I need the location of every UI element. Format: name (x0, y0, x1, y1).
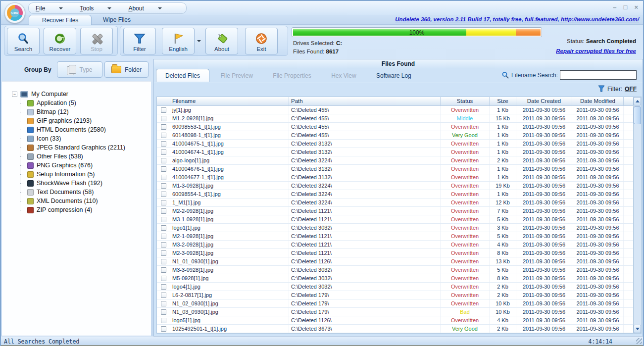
minimize-icon[interactable]: – (613, 4, 616, 10)
version-website-link[interactable]: Undelete 360, version 2.11 Build 17, tot… (395, 16, 639, 22)
tree-item-shockwave-flash[interactable]: ShockWave Flash (192) (20, 179, 125, 188)
header-date-modified[interactable]: Date Modified (572, 97, 624, 105)
group-by-type-button[interactable]: Type (57, 61, 102, 78)
tree-item-application[interactable]: Application (5) (20, 99, 125, 107)
row-checkbox[interactable] (161, 183, 166, 189)
row-checkbox[interactable] (161, 208, 166, 214)
tree-root-my-computer[interactable]: − My Computer (12, 90, 68, 99)
stop-button[interactable]: Stop (80, 28, 113, 54)
row-checkbox[interactable] (161, 107, 166, 113)
row-checkbox[interactable] (161, 259, 166, 264)
table-row[interactable]: 1_M1[1].jpg C:\Deleted 3224\ Overwritten… (157, 198, 633, 207)
table-row[interactable]: N1_01_0930[1].jpg C:\Deleted 1126\ Overw… (157, 257, 633, 266)
menu-tools[interactable]: Tools (80, 5, 111, 12)
tree-item-other-files[interactable]: Other Files (538) (20, 152, 125, 161)
header-size[interactable]: Size (490, 97, 516, 105)
table-row[interactable]: logo5[1].jpg C:\Deleted 1126\ Overwritte… (157, 316, 633, 325)
row-checkbox[interactable] (161, 284, 166, 290)
table-row[interactable]: M1-2-0928[1].jpg C:\Deleted 455\ Middle … (157, 114, 633, 123)
view-tab-hex-view[interactable]: Hex View (322, 69, 365, 82)
about-button[interactable]: About (205, 28, 238, 54)
scroll-down-button[interactable] (634, 325, 641, 333)
table-row[interactable]: N1_03_0930[1].jpg C:\Deleted 179\ Bad 10… (157, 308, 633, 316)
table-row[interactable]: M2-2-0928[1].jpg C:\Deleted 1121\ Overwr… (157, 207, 633, 215)
tree-item-setup-information[interactable]: Setup Information (5) (20, 170, 125, 179)
header-path[interactable]: Path (289, 97, 441, 105)
tree-item-zip-compression[interactable]: ZIP compression (4) (20, 205, 125, 214)
row-checkbox[interactable] (161, 301, 166, 306)
filter-button[interactable]: Filter (123, 28, 156, 54)
language-button[interactable]: English (162, 28, 195, 54)
table-row[interactable]: M2-3-0928[1].jpg C:\Deleted 1121\ Overwr… (157, 249, 633, 257)
table-row[interactable]: M3-1-0928[1].jpg C:\Deleted 1121\ Overwr… (157, 215, 633, 224)
row-checkbox[interactable] (161, 149, 166, 155)
maximize-icon[interactable]: □ (624, 4, 628, 10)
app-logo[interactable]: U360 (4, 2, 25, 23)
row-checkbox[interactable] (161, 250, 166, 256)
table-row[interactable]: M1-3-0928[1].jpg C:\Deleted 3224\ Overwr… (157, 182, 633, 190)
table-row[interactable]: 410004677-1_t[1].jpg C:\Deleted 3132\ Ov… (157, 173, 633, 182)
tree-item-html-documents[interactable]: HTML Documents (2580) (20, 125, 125, 134)
menu-file[interactable]: File (36, 5, 63, 12)
header-status[interactable]: Status (441, 97, 490, 105)
table-row[interactable]: jy[1].jpg C:\Deleted 455\ Overwritten 1 … (157, 106, 633, 114)
row-checkbox[interactable] (161, 318, 166, 323)
exit-button[interactable]: Exit (245, 28, 278, 54)
row-checkbox[interactable] (161, 293, 166, 298)
table-row[interactable]: L6-2-0817[1].jpg C:\Deleted 179\ Overwri… (157, 291, 633, 299)
row-checkbox[interactable] (161, 116, 166, 121)
table-row[interactable]: 410004675-1_t[1].jpg C:\Deleted 3132\ Ov… (157, 140, 633, 148)
row-checkbox[interactable] (161, 175, 166, 180)
filename-search-input[interactable] (560, 70, 637, 80)
tab-recover-files[interactable]: Recover Files (29, 15, 92, 25)
row-checkbox[interactable] (161, 217, 166, 222)
tree-item-xml-documents[interactable]: XML Documents (110) (20, 197, 125, 205)
collapse-icon[interactable]: − (12, 92, 17, 97)
close-icon[interactable]: × (634, 4, 638, 10)
search-button[interactable]: Search (7, 28, 40, 54)
view-tab-software-log[interactable]: Software Log (367, 69, 420, 82)
resize-grip[interactable] (636, 338, 642, 344)
table-row[interactable]: N1_02_0930[1].jpg C:\Deleted 179\ Overwr… (157, 299, 633, 308)
table-row[interactable]: aigo-logo[1].jpg C:\Deleted 3224\ Overwr… (157, 156, 633, 165)
tree-item-bitmap[interactable]: Bitmap (12) (20, 107, 125, 116)
row-checkbox[interactable] (161, 192, 166, 197)
row-checkbox[interactable] (161, 158, 166, 163)
row-checkbox[interactable] (161, 225, 166, 231)
row-checkbox[interactable] (161, 309, 166, 315)
row-checkbox[interactable] (161, 124, 166, 130)
table-row[interactable]: M2-1-0928[1].jpg C:\Deleted 1121\ Overwr… (157, 232, 633, 241)
table-row[interactable]: M3-2-0928[1].jpg C:\Deleted 1121\ Overwr… (157, 241, 633, 249)
menu-about[interactable]: About (128, 5, 161, 12)
view-tab-file-preview[interactable]: File Preview (211, 69, 261, 82)
row-checkbox[interactable] (161, 166, 166, 172)
scroll-thumb[interactable] (634, 106, 641, 124)
table-row[interactable]: 410004674-1_t[1].jpg C:\Deleted 3132\ Ov… (157, 148, 633, 156)
table-row[interactable]: logo4[1].jpg C:\Deleted 3032\ Overwritte… (157, 283, 633, 291)
scroll-up-button[interactable] (634, 97, 641, 105)
table-scrollbar[interactable] (633, 97, 642, 334)
chevron-down-icon[interactable] (197, 40, 201, 42)
table-row[interactable]: M3-3-0928[1].jpg C:\Deleted 3032\ Overwr… (157, 266, 633, 274)
row-checkbox[interactable] (161, 200, 166, 205)
row-checkbox[interactable] (161, 326, 166, 332)
tree-item-jpeg-standard-graphics[interactable]: JPEG Standard Graphics (2211) (20, 143, 125, 152)
view-tab-file-properties[interactable]: File Properties (264, 69, 320, 82)
table-row[interactable]: 60098553-1_t[1].jpg C:\Deleted 455\ Over… (157, 123, 633, 131)
view-tab-deleted-files[interactable]: Deleted Files (156, 69, 209, 82)
tree-item-icon[interactable]: Icon (33) (20, 134, 125, 143)
repair-files-link[interactable]: Repair corrupted files for free (556, 48, 636, 54)
group-by-folder-button[interactable]: Folder (104, 61, 149, 78)
row-checkbox[interactable] (161, 141, 166, 147)
table-row[interactable]: 60148098-1_t[1].jpg C:\Deleted 455\ Very… (157, 131, 633, 140)
table-row[interactable]: 1025492501-1_t[1].jpg C:\Deleted 3673\ V… (157, 325, 633, 333)
table-row[interactable]: 60098554-1_t[1].jpg C:\Deleted 3224\ Ove… (157, 190, 633, 198)
tab-wipe-files[interactable]: Wipe Files (90, 15, 144, 25)
tree-item-gif-graphics[interactable]: GIF graphics (2193) (20, 116, 125, 125)
filter-toggle[interactable]: Filter: OFF (598, 85, 637, 93)
tree-item-png-graphics[interactable]: PNG Graphics (676) (20, 161, 125, 170)
table-row[interactable]: M5-0928[1].jpg C:\Deleted 3032\ Overwrit… (157, 274, 633, 283)
row-checkbox[interactable] (161, 234, 166, 239)
header-date-created[interactable]: Date Created (516, 97, 572, 105)
table-row[interactable]: 410004676-1_t[1].jpg C:\Deleted 3132\ Ov… (157, 165, 633, 173)
